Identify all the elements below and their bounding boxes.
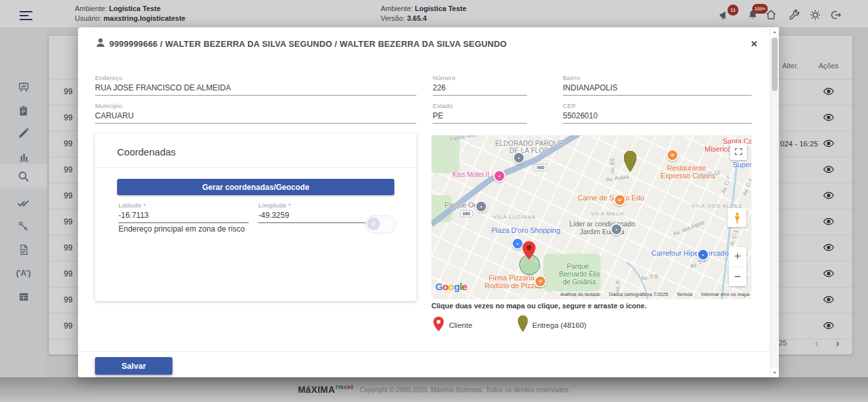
cep-label: CEP: [563, 102, 752, 109]
zoom-control: + −: [729, 247, 746, 286]
map-hint: Clique duas vezes no mapa ou clique, seg…: [431, 302, 647, 310]
risk-zone-toggle[interactable]: ✕: [365, 215, 396, 234]
endereco-input[interactable]: [95, 81, 416, 96]
municipio-field: Municipio: [95, 102, 416, 124]
attribution-terms[interactable]: Termos: [677, 291, 693, 297]
map-attribution: Atalhos do teclado Dados cartográficos ©…: [560, 291, 750, 297]
numero-input[interactable]: [433, 81, 527, 96]
legend-cliente-pin-icon: [433, 316, 444, 332]
estado-input[interactable]: [433, 109, 527, 124]
scroll-down-icon[interactable]: ▼: [770, 368, 779, 377]
scroll-up-icon[interactable]: ▲: [770, 27, 779, 36]
person-icon: [95, 37, 106, 48]
coordenadas-card: Coordenadas Gerar coordenadas/Geocode La…: [95, 133, 416, 301]
map-label: Firma Pizzaria: [489, 275, 534, 282]
poi-icon[interactable]: Ψ: [666, 149, 679, 161]
poi-icon[interactable]: •: [475, 200, 487, 213]
zoom-out-button[interactable]: −: [729, 267, 746, 287]
google-map[interactable]: Padre MorELDORADO PARQUEDE LA FLORKiss M…: [431, 135, 752, 299]
attribution-report[interactable]: Informar erro no mapa: [701, 291, 750, 297]
scrollbar-thumb[interactable]: [772, 38, 778, 91]
map-label: Parque: [567, 263, 589, 270]
estado-field: Estado: [433, 102, 527, 124]
pegman-icon[interactable]: [727, 208, 746, 227]
poi-icon[interactable]: Ψ: [614, 194, 626, 206]
poi-icon[interactable]: •: [513, 152, 525, 164]
save-button[interactable]: Salvar: [95, 357, 172, 375]
bairro-input[interactable]: [563, 81, 752, 96]
longitude-label: Longitude *: [258, 202, 394, 209]
map-label: VILA MAUA: [591, 211, 624, 217]
cep-field: CEP: [563, 102, 752, 124]
poi-icon[interactable]: Ψ: [534, 275, 547, 288]
map-label: Restaurante: [667, 165, 706, 172]
legend-cliente-label: Cliente: [449, 321, 472, 329]
cep-input[interactable]: [563, 109, 752, 124]
map-label: Supermer: [733, 161, 752, 168]
map-label: Rodízio de Pizzas: [485, 282, 542, 289]
municipio-input[interactable]: [95, 109, 416, 124]
customer-address-modal: 9999999666 / WALTER BEZERRA DA SILVA SEG…: [78, 27, 778, 377]
divider: [78, 351, 770, 352]
google-logo[interactable]: Google: [435, 281, 467, 292]
entrega-pin-icon[interactable]: [624, 151, 636, 172]
zoom-in-button[interactable]: +: [729, 247, 746, 267]
bairro-label: Bairro: [563, 74, 752, 81]
cliente-pin-icon[interactable]: [522, 241, 536, 260]
map-label: ELDORADO PARQUE: [495, 141, 563, 147]
screen: Ambiente: Logística Teste Usuário: maxst…: [0, 0, 868, 402]
map-label: de Goiânia: [563, 278, 596, 286]
toggle-x-icon: ✕: [367, 217, 380, 230]
poi-icon[interactable]: •: [697, 248, 709, 261]
modal-scrollbar: ▲ ▼: [770, 27, 779, 377]
estado-label: Estado: [433, 102, 527, 109]
endereco-label: Endereço: [95, 74, 416, 81]
map-label: Av. E6: [610, 158, 616, 174]
route-badge: 060: [534, 164, 547, 171]
fullscreen-button[interactable]: [730, 143, 747, 160]
map-label: Kiss Motel II: [452, 171, 489, 178]
risk-zone-label: Endereço principal em zona de risco: [118, 224, 245, 234]
latitude-field: Latitude *: [118, 202, 249, 223]
map-label: Carne de Sol do Edu: [578, 194, 644, 202]
attribution-keyboard[interactable]: Atalhos do teclado: [560, 291, 601, 297]
poi-icon[interactable]: •: [493, 170, 506, 182]
legend-entrega-label: Entrega (48160): [532, 321, 586, 329]
map-label: Bernardo Élis: [559, 271, 600, 278]
endereco-field: Endereço: [95, 74, 416, 96]
map-label: Plaza D'oro Shopping: [491, 227, 560, 234]
divider: [95, 167, 416, 168]
map-label: VILA LUCIANA: [493, 215, 536, 220]
numero-field: Número: [433, 74, 527, 96]
bairro-field: Bairro: [563, 74, 752, 96]
map-label: Líder ar condicionado: [569, 221, 635, 228]
close-icon[interactable]: ✕: [747, 36, 761, 51]
municipio-label: Municipio: [95, 102, 416, 109]
poi-icon[interactable]: •: [610, 223, 623, 235]
numero-label: Número: [433, 74, 527, 81]
latitude-input[interactable]: [118, 209, 249, 223]
map-label: Carrefour Hipermercado: [651, 250, 729, 257]
geocode-button[interactable]: Gerar coordenadas/Geocode: [117, 179, 394, 195]
latitude-label: Latitude *: [118, 202, 249, 209]
coordenadas-title: Coordenadas: [117, 146, 176, 157]
legend-entrega-pin-icon: [518, 315, 528, 332]
route-badge: 060: [460, 210, 473, 217]
modal-title: 9999999666 / WALTER BEZERRA DA SILVA SEG…: [109, 39, 507, 49]
attribution-data[interactable]: Dados cartográficos ©2025: [609, 291, 668, 297]
